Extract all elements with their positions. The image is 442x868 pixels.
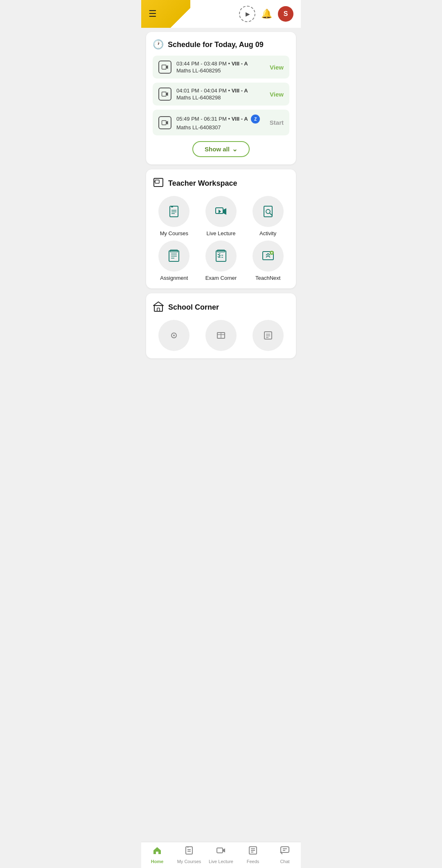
schedule-time: 05:49 PM - 06:31 PM • VIII - A Z: [176, 115, 265, 124]
workspace-card: Teacher Workspace My Courses: [146, 169, 296, 288]
schedule-time: 03:44 PM - 03:48 PM • VIII - A: [176, 61, 265, 67]
live-lecture-label: Live Lecture: [207, 230, 236, 236]
exam-corner-label: Exam Corner: [205, 275, 237, 281]
zoom-badge: Z: [251, 115, 260, 124]
svg-marker-16: [219, 209, 221, 214]
teachnext-icon-circle: [253, 241, 284, 272]
schedule-info: 03:44 PM - 03:48 PM • VIII - A Maths LL-…: [176, 61, 265, 74]
show-all-container: Show all: [153, 141, 289, 157]
workspace-item-teachnext[interactable]: TeachNext: [246, 241, 289, 281]
workspace-item-live-lecture[interactable]: Live Lecture: [200, 196, 243, 236]
workspace-item-activity[interactable]: Activity: [246, 196, 289, 236]
svg-rect-4: [162, 120, 167, 125]
avatar[interactable]: S: [278, 6, 293, 22]
video-icon: [158, 88, 171, 101]
main-content: 🕐 Schedule for Today, Aug 09 03:44 PM - …: [141, 28, 301, 396]
svg-point-39: [173, 335, 175, 336]
my-courses-icon-circle: [158, 196, 189, 227]
schedule-title-text: Schedule for Today, Aug 09: [168, 40, 264, 49]
schedule-item: 04:01 PM - 04:04 PM • VIII - A Maths LL-…: [153, 83, 289, 106]
school-corner-card: School Corner: [146, 293, 296, 358]
svg-rect-17: [264, 206, 272, 217]
school-icon-circle-2: [205, 320, 237, 351]
school-icon: [153, 301, 164, 314]
exam-corner-icon-circle: [205, 241, 237, 272]
header: ☰ 🔔 S: [141, 0, 301, 28]
svg-marker-36: [153, 302, 163, 306]
header-actions: 🔔 S: [239, 6, 293, 22]
assignment-icon-circle: [158, 241, 189, 272]
video-icon: [158, 61, 171, 74]
schedule-title: 🕐 Schedule for Today, Aug 09: [153, 39, 289, 50]
schedule-name: Maths LL-6408307: [176, 124, 265, 130]
svg-rect-0: [162, 65, 167, 70]
school-corner-title: School Corner: [153, 301, 289, 314]
workspace-icon: [153, 177, 164, 190]
schedule-info: 04:01 PM - 04:04 PM • VIII - A Maths LL-…: [176, 88, 265, 101]
svg-marker-15: [223, 208, 226, 215]
school-corner-title-text: School Corner: [168, 303, 219, 312]
my-courses-label: My Courses: [160, 230, 188, 236]
schedule-info: 05:49 PM - 06:31 PM • VIII - A Z Maths L…: [176, 115, 265, 130]
schedule-name: Maths LL-6408298: [176, 94, 265, 101]
school-item-3[interactable]: [246, 320, 289, 351]
schedule-item: 05:49 PM - 06:31 PM • VIII - A Z Maths L…: [153, 110, 289, 135]
svg-rect-7: [155, 180, 159, 183]
workspace-title-text: Teacher Workspace: [168, 179, 237, 188]
play-button[interactable]: [239, 6, 255, 22]
schedule-time: 04:01 PM - 04:04 PM • VIII - A: [176, 88, 265, 94]
start-button[interactable]: Start: [270, 119, 284, 126]
notification-bell-icon[interactable]: 🔔: [261, 9, 272, 19]
school-item-2[interactable]: [200, 320, 243, 351]
workspace-grid: My Courses Live Lecture: [153, 196, 289, 281]
svg-rect-2: [162, 92, 167, 97]
svg-rect-9: [170, 206, 178, 217]
svg-line-19: [270, 213, 272, 215]
clock-icon: 🕐: [153, 39, 164, 50]
school-grid: [153, 320, 289, 351]
activity-icon-circle: [253, 196, 284, 227]
svg-rect-37: [157, 308, 160, 311]
svg-rect-25: [216, 251, 226, 261]
activity-label: Activity: [259, 230, 276, 236]
workspace-item-exam-corner[interactable]: Exam Corner: [200, 241, 243, 281]
svg-rect-43: [264, 332, 272, 339]
school-icon-circle-3: [253, 320, 284, 351]
live-lecture-icon-circle: [205, 196, 237, 227]
show-all-button[interactable]: Show all: [192, 141, 250, 157]
hamburger-icon[interactable]: ☰: [149, 9, 157, 19]
menu-button[interactable]: ☰: [149, 9, 157, 19]
schedule-name: Maths LL-6408295: [176, 67, 265, 74]
schedule-item: 03:44 PM - 03:48 PM • VIII - A Maths LL-…: [153, 56, 289, 79]
svg-rect-35: [154, 306, 162, 311]
workspace-item-assignment[interactable]: Assignment: [153, 241, 196, 281]
school-icon-circle-1: [158, 320, 189, 351]
view-button[interactable]: View: [270, 91, 284, 98]
view-button[interactable]: View: [270, 64, 284, 71]
workspace-title: Teacher Workspace: [153, 177, 289, 190]
assignment-label: Assignment: [160, 275, 188, 281]
school-item-1[interactable]: [153, 320, 196, 351]
video-icon: [158, 116, 171, 129]
schedule-card: 🕐 Schedule for Today, Aug 09 03:44 PM - …: [146, 32, 296, 164]
svg-rect-10: [171, 206, 173, 207]
workspace-item-my-courses[interactable]: My Courses: [153, 196, 196, 236]
teachnext-label: TeachNext: [255, 275, 280, 281]
